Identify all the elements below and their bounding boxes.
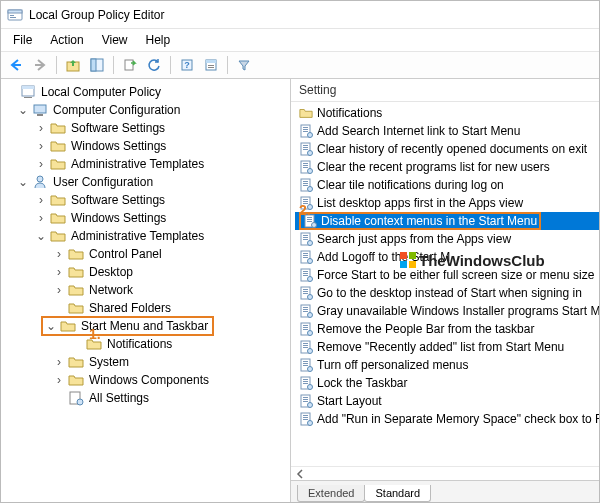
export-button[interactable]: [119, 54, 141, 76]
list-item[interactable]: List desktop apps first in the Apps view: [295, 194, 599, 212]
list-item-label: Remove the People Bar from the taskbar: [317, 322, 534, 336]
chevron-down-icon[interactable]: ⌄: [17, 176, 29, 188]
chevron-right-icon[interactable]: ›: [53, 284, 65, 296]
chevron-right-icon[interactable]: ›: [53, 266, 65, 278]
tree-label: Windows Settings: [69, 138, 168, 154]
policy-icon: [299, 322, 313, 336]
menu-help[interactable]: Help: [138, 31, 179, 49]
chevron-right-icon[interactable]: ›: [35, 140, 47, 152]
all-settings-icon: [68, 390, 84, 406]
svg-rect-80: [303, 329, 308, 330]
list-item[interactable]: Add "Run in Separate Memory Space" check…: [295, 410, 599, 428]
list-item[interactable]: Clear history of recently opened documen…: [295, 140, 599, 158]
list-item[interactable]: Remove "Recently added" list from Start …: [295, 338, 599, 356]
list-item[interactable]: Search just apps from the Apps view: [295, 230, 599, 248]
policy-icon: [299, 178, 313, 192]
tree-label: All Settings: [87, 390, 151, 406]
menu-file[interactable]: File: [5, 31, 40, 49]
svg-rect-35: [303, 167, 308, 168]
chevron-right-icon[interactable]: ›: [53, 374, 65, 386]
tab-standard[interactable]: Standard: [364, 485, 431, 502]
list-item-selected[interactable]: Disable context menus in the Start Menu: [295, 212, 599, 230]
list-item[interactable]: Lock the Taskbar: [295, 374, 599, 392]
help-button[interactable]: ?: [176, 54, 198, 76]
filter-button[interactable]: [233, 54, 255, 76]
tree-item[interactable]: ›Desktop: [5, 263, 290, 281]
chevron-down-icon[interactable]: ⌄: [17, 104, 29, 116]
tree-item[interactable]: ›Windows Settings: [5, 137, 290, 155]
svg-rect-1: [8, 10, 22, 13]
chevron-right-icon[interactable]: ›: [53, 356, 65, 368]
svg-point-106: [308, 421, 313, 426]
list-item[interactable]: Add Logoff to the Start M: [295, 248, 599, 266]
forward-button[interactable]: [29, 54, 51, 76]
menu-view[interactable]: View: [94, 31, 136, 49]
chevron-right-icon[interactable]: ›: [53, 248, 65, 260]
column-header-setting[interactable]: Setting: [291, 79, 599, 102]
svg-rect-50: [307, 221, 312, 222]
policy-icon: [299, 394, 313, 408]
svg-rect-6: [91, 59, 96, 71]
folder-icon: [68, 246, 84, 262]
svg-rect-70: [303, 293, 308, 294]
list-item[interactable]: Remove the People Bar from the taskbar: [295, 320, 599, 338]
list-item[interactable]: Force Start to be either full screen siz…: [295, 266, 599, 284]
svg-rect-13: [208, 67, 214, 68]
tree-item[interactable]: ›System: [5, 353, 290, 371]
tree-item[interactable]: Shared Folders: [5, 299, 290, 317]
chevron-left-icon: [295, 469, 305, 479]
chevron-right-icon[interactable]: ›: [35, 194, 47, 206]
chevron-right-icon[interactable]: ›: [35, 122, 47, 134]
list-item[interactable]: Start Layout: [295, 392, 599, 410]
tab-extended[interactable]: Extended: [297, 485, 365, 502]
tree-item[interactable]: All Settings: [5, 389, 290, 407]
chevron-down-icon[interactable]: ⌄: [45, 320, 57, 332]
show-hide-tree-button[interactable]: [86, 54, 108, 76]
svg-rect-54: [303, 237, 308, 238]
svg-rect-103: [303, 415, 308, 416]
tree-item[interactable]: Notifications: [5, 335, 290, 353]
tree-item[interactable]: ›Network: [5, 281, 290, 299]
tree-root[interactable]: Local Computer Policy: [5, 83, 290, 101]
tree-pane[interactable]: 1. Local Computer Policy ⌄ Computer Conf…: [1, 79, 291, 502]
tree-item[interactable]: ›Administrative Templates: [5, 155, 290, 173]
tree-start-menu-taskbar[interactable]: ⌄ Start Menu and Taskbar: [5, 317, 290, 335]
chevron-right-icon[interactable]: ›: [35, 212, 47, 224]
tree-computer-configuration[interactable]: ⌄ Computer Configuration: [5, 101, 290, 119]
list-item[interactable]: Add Search Internet link to Start Menu: [295, 122, 599, 140]
svg-rect-38: [303, 181, 308, 182]
list-item-label: Clear the recent programs list for new u…: [317, 160, 550, 174]
tree-user-configuration[interactable]: ⌄ User Configuration: [5, 173, 290, 191]
tree-item[interactable]: ›Software Settings: [5, 191, 290, 209]
list-item[interactable]: Clear the recent programs list for new u…: [295, 158, 599, 176]
svg-rect-85: [303, 347, 308, 348]
list-item[interactable]: Clear tile notifications during log on: [295, 176, 599, 194]
tree-item[interactable]: ›Windows Components: [5, 371, 290, 389]
policy-icon: [299, 268, 313, 282]
up-button[interactable]: [62, 54, 84, 76]
menu-action[interactable]: Action: [42, 31, 91, 49]
svg-rect-104: [303, 417, 308, 418]
tree-item[interactable]: ›Software Settings: [5, 119, 290, 137]
horizontal-scrollbar[interactable]: [291, 466, 599, 480]
svg-rect-12: [208, 65, 214, 66]
settings-list[interactable]: NotificationsAdd Search Internet link to…: [291, 102, 599, 466]
computer-icon: [32, 102, 48, 118]
tree-item[interactable]: ›Windows Settings: [5, 209, 290, 227]
tree-admin-templates[interactable]: ⌄Administrative Templates: [5, 227, 290, 245]
list-item[interactable]: Go to the desktop instead of Start when …: [295, 284, 599, 302]
tree-label: Software Settings: [69, 192, 167, 208]
list-folder-notifications[interactable]: Notifications: [295, 104, 599, 122]
policy-icon: [299, 286, 313, 300]
chevron-right-icon[interactable]: ›: [35, 158, 47, 170]
tree-label: Local Computer Policy: [39, 84, 163, 100]
list-item[interactable]: Gray unavailable Windows Installer progr…: [295, 302, 599, 320]
tree-item[interactable]: ›Control Panel: [5, 245, 290, 263]
back-button[interactable]: [5, 54, 27, 76]
folder-icon: [68, 354, 84, 370]
menubar: File Action View Help: [1, 29, 599, 51]
properties-button[interactable]: [200, 54, 222, 76]
list-item[interactable]: Turn off personalized menus: [295, 356, 599, 374]
refresh-button[interactable]: [143, 54, 165, 76]
chevron-down-icon[interactable]: ⌄: [35, 230, 47, 242]
